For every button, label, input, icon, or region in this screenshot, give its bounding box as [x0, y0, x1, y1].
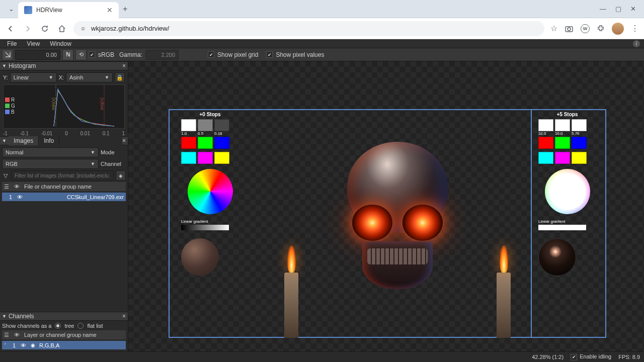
- y-axis-select[interactable]: Linear▼: [10, 72, 57, 82]
- image-filter-input[interactable]: [11, 170, 114, 180]
- camera-icon[interactable]: [565, 24, 574, 33]
- info-icon[interactable]: i: [633, 40, 640, 47]
- normalize-button[interactable]: ℕ: [62, 49, 73, 60]
- menu-file[interactable]: File: [2, 40, 22, 47]
- tab-close-icon[interactable]: ✕: [107, 6, 113, 14]
- extensions-icon[interactable]: [597, 25, 605, 33]
- reference-sphere: [538, 238, 576, 276]
- idling-label: Enable idling: [580, 353, 611, 359]
- tab-favicon-icon: [24, 6, 32, 14]
- expand-icon[interactable]: ˄: [4, 343, 7, 348]
- pixel-values-checkbox[interactable]: [266, 51, 273, 58]
- channel-list-item[interactable]: ˄ 1 👁 ◉ R,G,B,A: [2, 341, 126, 349]
- window-maximize-icon[interactable]: ▢: [615, 5, 621, 13]
- regex-toggle[interactable]: ◈: [116, 170, 126, 180]
- candle-left: [284, 273, 298, 338]
- x-axis-select[interactable]: Asinh▼: [66, 72, 113, 82]
- channel-group-name: R,G,B,A: [39, 342, 59, 348]
- tab-info[interactable]: Info: [39, 136, 59, 145]
- reload-button[interactable]: [39, 23, 50, 34]
- back-button[interactable]: [5, 23, 16, 34]
- x-axis-label: X:: [59, 74, 64, 80]
- menu-window[interactable]: Window: [45, 40, 76, 47]
- browser-tab[interactable]: HDRView ✕: [18, 2, 119, 18]
- reference-chart-right: +5 Stops 32.0 16.0 5.76 Linear gradient: [538, 112, 596, 276]
- tree-icon[interactable]: ☰: [4, 332, 9, 338]
- histogram-title: Histogram: [9, 62, 36, 69]
- status-bar: 42.28% (1:2) Enable idling FPS: 8.9: [0, 351, 644, 362]
- item-index: 1: [4, 194, 12, 200]
- histogram-chart: min(x) avg(x) R G B: [3, 84, 125, 129]
- close-icon[interactable]: ×: [122, 137, 126, 144]
- zoom-level: 42.28% (1:2): [532, 354, 564, 360]
- collapse-icon: ▼: [2, 63, 7, 68]
- filter-icon: ▽: [2, 172, 9, 179]
- app-menubar: File View Window i: [0, 39, 644, 48]
- stops-label: +0 Stops: [181, 112, 239, 117]
- images-list-header: ☰ 👁 File or channel group name: [2, 182, 126, 191]
- tab-images[interactable]: Images: [9, 136, 39, 145]
- close-icon[interactable]: ×: [122, 62, 126, 69]
- svg-point-1: [568, 28, 571, 31]
- histogram-ticks: -1-0.1-0.0100.010.11: [0, 131, 128, 136]
- pixel-values-label: Show pixel values: [276, 51, 324, 58]
- item-index: 1: [11, 342, 16, 348]
- comparison-split-handle[interactable]: [531, 109, 532, 338]
- linear-gradient: [181, 225, 229, 230]
- extension-badge-icon[interactable]: W: [581, 24, 590, 33]
- menu-view[interactable]: View: [22, 40, 45, 47]
- rendered-scene: [264, 109, 531, 338]
- rgba-icon: ◉: [31, 342, 35, 348]
- profile-avatar[interactable]: [612, 23, 624, 35]
- gradient-label: Linear gradient: [538, 219, 596, 224]
- channels-list-header: ☰ 👁 Layer or channel group name: [2, 330, 126, 339]
- new-tab-button[interactable]: +: [123, 5, 127, 14]
- collapse-icon[interactable]: ▼: [2, 138, 7, 143]
- channels-panel-header[interactable]: ▼ Channels ×: [0, 312, 128, 321]
- gamma-label: Gamma:: [119, 51, 142, 58]
- window-close-icon[interactable]: ✕: [630, 5, 636, 13]
- channel-label: Channel: [101, 161, 126, 167]
- show-channels-label: Show channels as a: [2, 323, 51, 329]
- eye-icon: 👁: [13, 184, 20, 190]
- browser-tab-strip: ⌄ HDRView ✕ + — ▢ ✕: [0, 0, 644, 18]
- linear-gradient: [538, 225, 586, 230]
- blend-mode-select[interactable]: Normal▼: [2, 147, 99, 157]
- gamma-input[interactable]: [145, 50, 179, 60]
- reference-chart-left: +0 Stops 1.0 0.5 0.18 Linear gradient: [181, 112, 239, 276]
- tab-title: HDRView: [36, 7, 103, 14]
- tree-icon[interactable]: ☰: [4, 184, 9, 190]
- stops-label: +5 Stops: [538, 112, 596, 117]
- image-list-item[interactable]: 1 👁 CCSkull_Linear709.exr: [2, 193, 126, 201]
- image-viewport[interactable]: +0 Stops 1.0 0.5 0.18 Linear gradient: [128, 61, 644, 351]
- chrome-menu-icon[interactable]: ⋮: [631, 24, 639, 33]
- histogram-panel-header[interactable]: ▼ Histogram ×: [0, 61, 128, 70]
- channels-flat-radio[interactable]: [77, 323, 84, 329]
- visibility-toggle[interactable]: 👁: [20, 342, 27, 348]
- image-filename: CCSkull_Linear709.exr: [67, 194, 124, 200]
- pixel-grid-checkbox[interactable]: [208, 51, 214, 58]
- open-button[interactable]: [2, 49, 13, 60]
- reset-exposure-button[interactable]: ⟲: [75, 49, 87, 60]
- bookmark-star-icon[interactable]: ☆: [550, 24, 557, 33]
- channels-tree-radio[interactable]: [55, 323, 61, 329]
- forward-button[interactable]: [22, 23, 33, 34]
- y-axis-label: Y:: [3, 74, 8, 80]
- site-settings-icon[interactable]: ⛭: [80, 26, 86, 32]
- link-axes-button[interactable]: 🔒: [115, 72, 125, 82]
- exposure-input[interactable]: [15, 50, 60, 60]
- gradient-label: Linear gradient: [181, 219, 239, 224]
- tab-search-dropdown[interactable]: ⌄: [4, 2, 18, 16]
- home-button[interactable]: [56, 23, 67, 34]
- channel-select[interactable]: RGB▼: [2, 159, 99, 169]
- skull: [332, 137, 463, 293]
- srgb-label: sRGB: [98, 51, 114, 58]
- srgb-checkbox[interactable]: [89, 51, 95, 58]
- window-minimize-icon[interactable]: —: [600, 5, 606, 13]
- close-icon[interactable]: ×: [122, 313, 126, 320]
- idling-checkbox[interactable]: [571, 354, 577, 360]
- fps-counter: FPS: 8.9: [618, 354, 640, 360]
- visibility-toggle[interactable]: 👁: [16, 194, 23, 200]
- address-bar[interactable]: ⛭ wkjarosz.github.io/hdrview/: [73, 21, 544, 36]
- histogram-legend: R G B: [5, 97, 15, 115]
